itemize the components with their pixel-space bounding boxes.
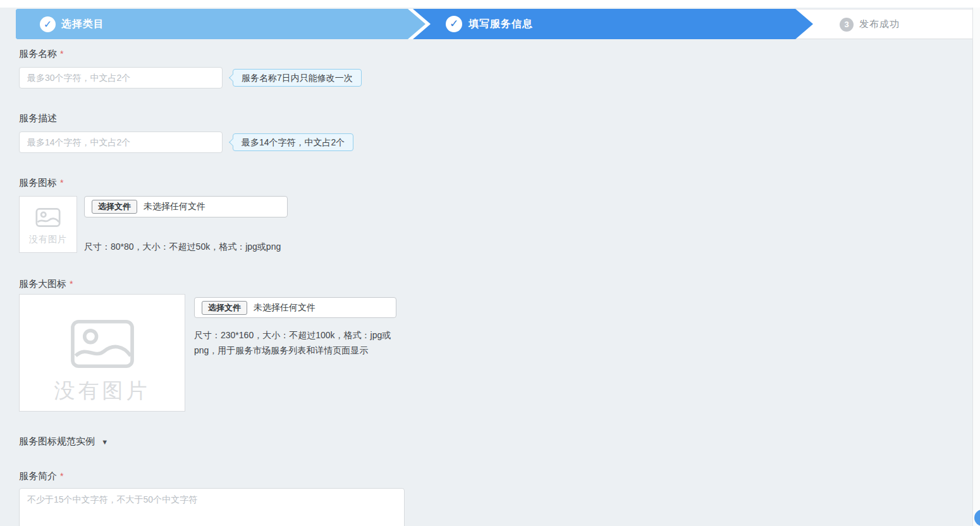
icon-spec-example-toggle[interactable]: 服务图标规范实例 ▼ [19, 436, 108, 448]
step-label: 选择类目 [61, 18, 104, 31]
step-publish-success: 3 发布成功 [793, 9, 972, 39]
icon-spec-example-label: 服务图标规范实例 [19, 436, 95, 446]
service-desc-label: 服务描述 [19, 113, 57, 125]
required-asterisk: * [70, 279, 73, 289]
service-big-icon-file-input[interactable]: 选择文件 未选择任何文件 [194, 297, 396, 318]
page-right-gutter [972, 8, 980, 526]
choose-file-button[interactable]: 选择文件 [202, 301, 247, 315]
step-label: 填写服务信息 [469, 18, 533, 31]
caret-down-icon: ▼ [101, 438, 108, 446]
required-asterisk: * [60, 178, 63, 188]
step-select-category[interactable]: ✓ 选择类目 [16, 9, 426, 39]
service-icon-label: 服务图标* [19, 177, 63, 189]
required-asterisk: * [60, 471, 63, 481]
no-file-chosen-text: 未选择任何文件 [254, 302, 315, 314]
publish-service-page: 3 发布成功 ✓ 填写服务信息 ✓ 选择类目 服务名称* 服务名称7日内只能修改… [0, 0, 980, 526]
service-intro-label: 服务简介* [19, 470, 63, 482]
check-circle-icon: ✓ [40, 16, 56, 32]
check-circle-icon: ✓ [446, 16, 462, 32]
step-number-badge: 3 [840, 18, 854, 32]
service-icon-hint: 尺寸：80*80，大小：不超过50k，格式：jpg或png [84, 242, 281, 253]
service-desc-tooltip: 最多14个字符，中文占2个 [233, 133, 353, 151]
choose-file-button[interactable]: 选择文件 [92, 200, 137, 214]
step-fill-service-info: ✓ 填写服务信息 [408, 9, 813, 39]
hint-line: png，用于服务市场服务列表和详情页面显示 [194, 343, 403, 358]
no-image-text: 没有图片 [20, 377, 185, 405]
no-image-icon [68, 319, 137, 369]
no-image-icon [35, 207, 61, 228]
service-name-label: 服务名称* [19, 48, 63, 60]
required-asterisk: * [60, 49, 63, 59]
service-name-tooltip: 服务名称7日内只能修改一次 [233, 69, 362, 87]
no-file-chosen-text: 未选择任何文件 [144, 201, 205, 212]
service-name-input[interactable] [19, 67, 223, 89]
service-intro-textarea[interactable] [19, 488, 405, 526]
step-label: 发布成功 [859, 18, 900, 30]
service-desc-input[interactable] [19, 132, 223, 153]
service-icon-preview: 没有图片 [19, 196, 77, 253]
service-icon-file-input[interactable]: 选择文件 未选择任何文件 [84, 196, 288, 217]
hint-line: 尺寸：230*160，大小：不超过100k，格式：jpg或 [194, 327, 403, 343]
no-image-text: 没有图片 [20, 234, 77, 245]
service-big-icon-label: 服务大图标* [19, 278, 73, 290]
service-big-icon-hint: 尺寸：230*160，大小：不超过100k，格式：jpg或 png，用于服务市场… [194, 327, 403, 358]
service-big-icon-preview: 没有图片 [19, 294, 185, 412]
